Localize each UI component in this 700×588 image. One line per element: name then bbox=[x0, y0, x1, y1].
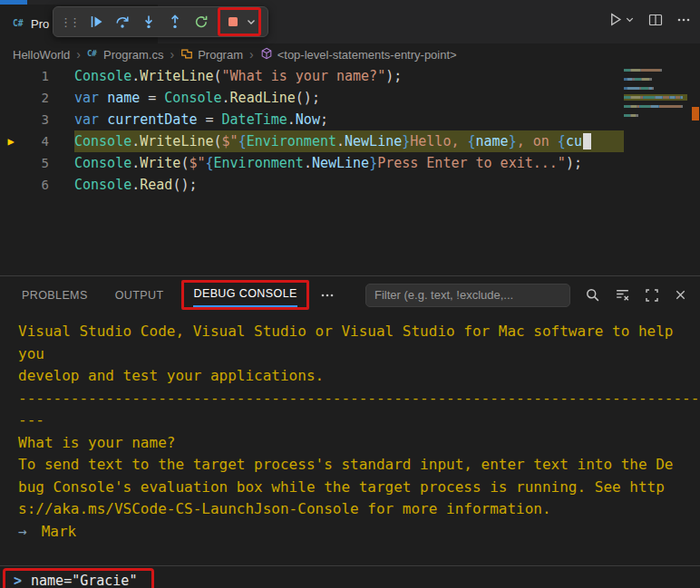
restart-button[interactable] bbox=[190, 10, 213, 34]
debug-console-input-value[interactable]: name="Gracie" bbox=[31, 573, 137, 588]
breadcrumb-item-helloworld[interactable]: HelloWorld bbox=[13, 48, 70, 62]
breadcrumb-label: Program.cs bbox=[103, 48, 163, 62]
minimap-line bbox=[624, 87, 687, 90]
clear-console-icon[interactable] bbox=[615, 287, 630, 303]
tab-debug-console[interactable]: DEBUG CONSOLE bbox=[193, 287, 297, 307]
breadcrumb-item-entry-point[interactable]: <top-level-statements-entry-point> bbox=[260, 47, 457, 63]
code-text: Console.WriteLine("What is your name?"); bbox=[74, 65, 624, 87]
breadcrumb-separator: › bbox=[170, 47, 174, 62]
class-icon bbox=[180, 47, 193, 63]
tab-output[interactable]: OUTPUT bbox=[115, 289, 164, 302]
breadcrumb-separator: › bbox=[76, 47, 81, 62]
minimap-line bbox=[624, 69, 687, 72]
console-line: develop and test your applications. bbox=[18, 365, 700, 388]
code-line-1[interactable]: 1Console.WriteLine("What is your name?")… bbox=[0, 65, 624, 87]
prompt-chevron-icon: > bbox=[14, 573, 22, 588]
console-line: →Mark bbox=[18, 521, 700, 544]
code-line-4[interactable]: ▶4Console.WriteLine($"{Environment.NewLi… bbox=[0, 130, 624, 152]
minimap-line bbox=[624, 78, 687, 81]
svg-text:C#: C# bbox=[13, 18, 24, 28]
breadcrumb-label: Program bbox=[198, 48, 243, 62]
overview-ruler-marker bbox=[692, 107, 699, 120]
split-editor-icon[interactable] bbox=[648, 13, 663, 27]
breadcrumb: HelloWorld › C# Program.cs › Program › <… bbox=[0, 43, 700, 65]
editor-actions bbox=[608, 12, 691, 27]
tab-label: Pro bbox=[31, 17, 49, 31]
more-panel-tabs-icon[interactable] bbox=[320, 288, 335, 303]
console-line: bug Console's evaluation box while the t… bbox=[18, 477, 700, 499]
symbol-icon bbox=[260, 47, 273, 63]
debug-input-annotation: > name="Gracie" bbox=[3, 568, 154, 588]
console-line: What is your name? bbox=[18, 432, 700, 455]
minimap-line bbox=[624, 105, 687, 108]
gutter bbox=[0, 65, 22, 87]
search-icon[interactable] bbox=[585, 287, 600, 303]
code-text: Console.Read(); bbox=[74, 174, 624, 196]
code-line-6[interactable]: 6Console.Read(); bbox=[0, 174, 624, 196]
minimap-line bbox=[624, 96, 687, 99]
breadcrumb-label: HelloWorld bbox=[13, 48, 70, 62]
console-line: s://aka.ms/VSCode-CS-LaunchJson-Console … bbox=[18, 498, 700, 521]
line-number: 5 bbox=[22, 152, 49, 174]
tab-problems[interactable]: PROBLEMS bbox=[22, 289, 88, 302]
code-line-3[interactable]: 3var currentDate = DateTime.Now; bbox=[0, 109, 624, 130]
code-line-5[interactable]: 5Console.Write($"{Environment.NewLine}Pr… bbox=[0, 152, 624, 174]
close-panel-icon[interactable] bbox=[674, 288, 687, 302]
gutter bbox=[0, 109, 22, 130]
breadcrumb-separator: › bbox=[249, 47, 254, 62]
debug-console-output[interactable]: Visual Studio Code, Visual Studio or Vis… bbox=[0, 313, 700, 565]
code-text: var name = Console.ReadLine(); bbox=[74, 87, 624, 109]
console-line: Visual Studio Code, Visual Studio or Vis… bbox=[18, 321, 700, 343]
line-number: 4 bbox=[22, 130, 49, 152]
minimap-line bbox=[624, 114, 687, 117]
titlebar: C# Pro ⋮⋮ bbox=[0, 0, 700, 43]
csharp-file-icon: C# bbox=[13, 16, 25, 32]
code-lines: 1Console.WriteLine("What is your name?")… bbox=[0, 65, 624, 196]
code-text: var currentDate = DateTime.Now; bbox=[74, 109, 624, 130]
console-line: you bbox=[18, 343, 700, 366]
gutter bbox=[0, 87, 22, 109]
text-cursor bbox=[583, 133, 591, 149]
csharp-file-icon: C# bbox=[87, 47, 99, 62]
console-line: --- bbox=[18, 410, 700, 432]
breadcrumb-label: <top-level-statements-entry-point> bbox=[277, 48, 457, 62]
debug-console-input-row: > name="Gracie" bbox=[0, 565, 700, 588]
more-actions-icon[interactable] bbox=[676, 13, 691, 27]
toolbar-drag-handle-icon[interactable]: ⋮⋮ bbox=[60, 15, 78, 29]
console-line: ----------------------------------------… bbox=[18, 388, 700, 410]
continue-button[interactable] bbox=[84, 10, 108, 34]
code-editor[interactable]: 1Console.WriteLine("What is your name?")… bbox=[0, 65, 700, 275]
line-number: 6 bbox=[22, 174, 49, 196]
stop-button[interactable] bbox=[221, 10, 245, 34]
debug-toolbar: ⋮⋮ bbox=[53, 6, 268, 37]
input-echo-arrow-icon: → bbox=[18, 523, 27, 540]
maximize-panel-icon[interactable] bbox=[645, 288, 659, 303]
stop-button-annotation bbox=[218, 7, 261, 36]
code-line-2[interactable]: 2var name = Console.ReadLine(); bbox=[0, 87, 624, 109]
stop-dropdown-chevron-icon[interactable] bbox=[245, 10, 258, 34]
line-number: 1 bbox=[22, 65, 49, 87]
breadcrumb-item-program-cs[interactable]: C# Program.cs bbox=[87, 47, 163, 62]
run-dropdown-chevron-icon[interactable] bbox=[625, 14, 635, 24]
step-over-button[interactable] bbox=[111, 10, 134, 34]
code-text: Console.Write($"{Environment.NewLine}Pre… bbox=[74, 152, 624, 174]
panel-header: PROBLEMS OUTPUT DEBUG CONSOLE bbox=[0, 275, 700, 313]
step-into-button[interactable] bbox=[137, 10, 160, 34]
current-line-arrow-icon: ▶ bbox=[0, 130, 22, 152]
step-out-button[interactable] bbox=[163, 10, 187, 34]
filter-input[interactable] bbox=[365, 284, 570, 307]
code-text: Console.WriteLine($"{Environment.NewLine… bbox=[74, 130, 624, 152]
gutter bbox=[0, 174, 22, 196]
breadcrumb-item-program[interactable]: Program bbox=[180, 47, 243, 63]
line-number: 2 bbox=[22, 87, 49, 109]
line-number: 3 bbox=[22, 109, 49, 130]
gutter bbox=[0, 152, 22, 174]
vscode-window: C# Pro ⋮⋮ bbox=[0, 0, 700, 588]
run-or-debug-button[interactable] bbox=[608, 12, 623, 27]
bottom-panel: PROBLEMS OUTPUT DEBUG CONSOLE Visu bbox=[0, 275, 700, 565]
console-line: To send text to the target process's sta… bbox=[18, 454, 700, 477]
debug-console-tab-annotation: DEBUG CONSOLE bbox=[181, 280, 308, 310]
minimap[interactable] bbox=[624, 69, 687, 123]
svg-text:C#: C# bbox=[87, 49, 97, 58]
